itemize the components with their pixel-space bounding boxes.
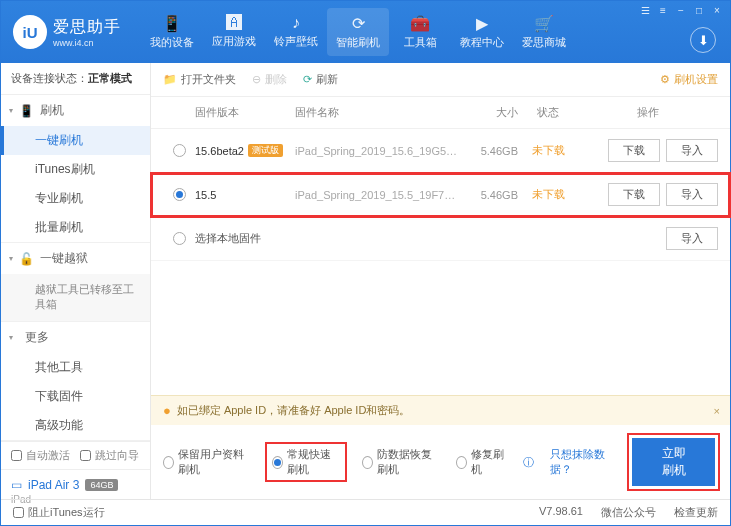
connection-status: 设备连接状态：正常模式: [1, 63, 150, 95]
sidebar-item[interactable]: 高级功能: [1, 411, 150, 440]
app-title: 爱思助手: [53, 17, 121, 38]
appleid-tip: ● 如已绑定 Apple ID，请准备好 Apple ID和密码。 ×: [151, 395, 730, 425]
row-status: 未下载: [518, 187, 578, 202]
warning-icon: ●: [163, 403, 171, 418]
col-size: 大小: [458, 105, 518, 120]
win-control[interactable]: ≡: [656, 5, 670, 17]
refresh-button[interactable]: ⟳刷新: [303, 72, 338, 87]
sidebar-options: 自动激活 跳过向导: [1, 441, 150, 469]
sidebar-group-head[interactable]: ▾更多: [1, 322, 150, 353]
info-icon[interactable]: ⓘ: [523, 455, 534, 470]
app-logo: iU 爱思助手 www.i4.cn: [13, 15, 121, 49]
opt-repair-flash[interactable]: 修复刷机: [456, 447, 506, 477]
flash-settings-button[interactable]: ⚙刷机设置: [660, 72, 718, 87]
sidebar-note: 越狱工具已转移至工具箱: [1, 274, 150, 321]
import-button[interactable]: 导入: [666, 183, 718, 206]
win-control[interactable]: −: [674, 5, 688, 17]
sidebar-item[interactable]: 批量刷机: [1, 213, 150, 242]
storage-badge: 64GB: [85, 479, 118, 491]
row-status: 未下载: [518, 143, 578, 158]
skip-guide-checkbox[interactable]: 跳过向导: [80, 448, 139, 463]
window-controls: ☰≡−□×: [638, 5, 724, 17]
firmware-row[interactable]: 15.5iPad_Spring_2019_15.5_19F77_Restore.…: [151, 173, 730, 217]
nav-5[interactable]: ▶教程中心: [451, 8, 513, 56]
nav-icon: ♪: [265, 14, 327, 32]
tip-close-icon[interactable]: ×: [714, 405, 720, 417]
import-button[interactable]: 导入: [666, 139, 718, 162]
row-filename: iPad_Spring_2019_15.5_19F77_Restore.ipsw: [295, 189, 458, 201]
app-url: www.i4.cn: [53, 38, 121, 48]
row-radio[interactable]: [173, 144, 186, 157]
delete-button[interactable]: ⊖删除: [252, 72, 287, 87]
col-version: 固件版本: [195, 105, 295, 120]
main-panel: 📁打开文件夹 ⊖删除 ⟳刷新 ⚙刷机设置 固件版本 固件名称 大小 状态 操作 …: [151, 63, 730, 499]
col-ops: 操作: [578, 105, 718, 120]
auto-activate-checkbox[interactable]: 自动激活: [11, 448, 70, 463]
sidebar-item[interactable]: 下载固件: [1, 382, 150, 411]
erase-only-link[interactable]: 只想抹除数据？: [550, 447, 614, 477]
top-nav: 📱我的设备🅰应用游戏♪铃声壁纸⟳智能刷机🧰工具箱▶教程中心🛒爱思商城: [141, 8, 575, 56]
flash-options: 保留用户资料刷机 常规快速刷机 防数据恢复刷机 修复刷机 ⓘ 只想抹除数据？ 立…: [151, 425, 730, 499]
win-control[interactable]: ×: [710, 5, 724, 17]
row-radio[interactable]: [173, 188, 186, 201]
nav-2[interactable]: ♪铃声壁纸: [265, 8, 327, 56]
folder-icon: 📁: [163, 73, 177, 86]
sidebar: 设备连接状态：正常模式 ▾📱刷机一键刷机iTunes刷机专业刷机批量刷机▾🔓一键…: [1, 63, 151, 499]
gear-icon: ⚙: [660, 73, 670, 86]
opt-keep-data[interactable]: 保留用户资料刷机: [163, 447, 250, 477]
local-firmware-label: 选择本地固件: [195, 231, 261, 246]
opt-fast-flash[interactable]: 常规快速刷机: [266, 443, 347, 481]
download-button[interactable]: 下载: [608, 139, 660, 162]
win-control[interactable]: □: [692, 5, 706, 17]
flash-now-button[interactable]: 立即刷机: [632, 438, 715, 486]
win-control[interactable]: ☰: [638, 5, 652, 17]
sidebar-item[interactable]: 其他工具: [1, 353, 150, 382]
titlebar: iU 爱思助手 www.i4.cn 📱我的设备🅰应用游戏♪铃声壁纸⟳智能刷机🧰工…: [1, 1, 730, 63]
nav-icon: ▶: [451, 14, 513, 33]
nav-icon: 🅰: [203, 14, 265, 32]
sidebar-item[interactable]: 一键刷机: [1, 126, 150, 155]
col-status: 状态: [518, 105, 578, 120]
download-button[interactable]: 下载: [608, 183, 660, 206]
row-version: 15.5: [195, 189, 295, 201]
nav-4[interactable]: 🧰工具箱: [389, 8, 451, 56]
nav-icon: ⟳: [327, 14, 389, 33]
nav-3[interactable]: ⟳智能刷机: [327, 8, 389, 56]
device-name: iPad Air 3: [28, 478, 79, 492]
firmware-row[interactable]: 15.6beta2测试版iPad_Spring_2019_15.6_19G503…: [151, 129, 730, 173]
nav-icon: 📱: [141, 14, 203, 33]
local-radio[interactable]: [173, 232, 186, 245]
check-update-link[interactable]: 检查更新: [674, 505, 718, 520]
logo-icon: iU: [13, 15, 47, 49]
nav-6[interactable]: 🛒爱思商城: [513, 8, 575, 56]
sidebar-item[interactable]: 专业刷机: [1, 184, 150, 213]
wechat-link[interactable]: 微信公众号: [601, 505, 656, 520]
table-header: 固件版本 固件名称 大小 状态 操作: [151, 97, 730, 129]
row-size: 5.46GB: [458, 189, 518, 201]
block-itunes-checkbox[interactable]: 阻止iTunes运行: [13, 505, 105, 520]
sidebar-item[interactable]: iTunes刷机: [1, 155, 150, 184]
row-version: 15.6beta2测试版: [195, 144, 295, 157]
tablet-icon: ▭: [11, 478, 22, 492]
tip-text: 如已绑定 Apple ID，请准备好 Apple ID和密码。: [177, 403, 411, 418]
nav-1[interactable]: 🅰应用游戏: [203, 8, 265, 56]
sidebar-group-head[interactable]: ▾🔓一键越狱: [1, 243, 150, 274]
sidebar-group-head[interactable]: ▾📱刷机: [1, 95, 150, 126]
nav-0[interactable]: 📱我的设备: [141, 8, 203, 56]
open-folder-button[interactable]: 📁打开文件夹: [163, 72, 236, 87]
delete-icon: ⊖: [252, 73, 261, 86]
download-icon[interactable]: ⬇: [690, 27, 716, 53]
nav-icon: 🧰: [389, 14, 451, 33]
toolbar: 📁打开文件夹 ⊖删除 ⟳刷新 ⚙刷机设置: [151, 63, 730, 97]
version-label: V7.98.61: [539, 505, 583, 520]
local-firmware-row: 选择本地固件 导入: [151, 217, 730, 261]
row-filename: iPad_Spring_2019_15.6_19G5037d_Restore.i…: [295, 145, 458, 157]
row-size: 5.46GB: [458, 145, 518, 157]
statusbar: 阻止iTunes运行 V7.98.61 微信公众号 检查更新: [1, 499, 730, 525]
import-local-button[interactable]: 导入: [666, 227, 718, 250]
opt-anti-recover[interactable]: 防数据恢复刷机: [362, 447, 440, 477]
col-name: 固件名称: [295, 105, 458, 120]
nav-icon: 🛒: [513, 14, 575, 33]
refresh-icon: ⟳: [303, 73, 312, 86]
